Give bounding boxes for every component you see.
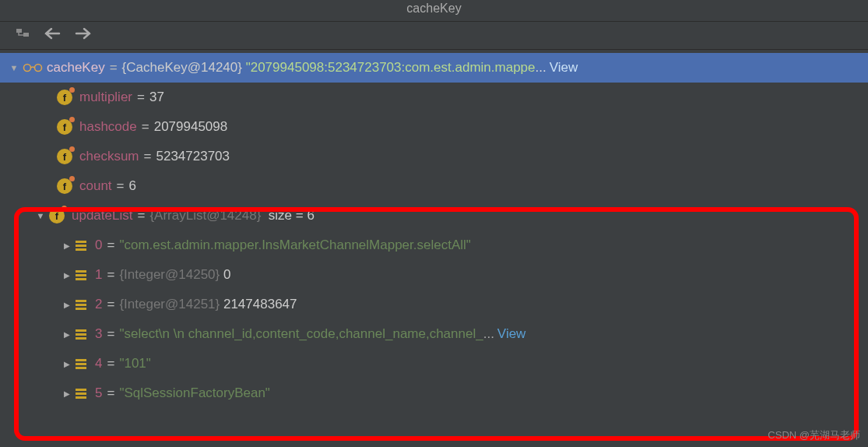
tree-row-item[interactable]: 2 = {Integer@14251} 2147483647 [0,290,868,319]
index: 5 [95,385,102,401]
svg-rect-7 [76,270,86,273]
size: size = 6 [269,208,315,224]
index: 1 [95,267,102,283]
expand-arrow-icon[interactable] [59,389,75,398]
var-name: checksum [79,149,139,164]
string-value: "SqlSessionFactoryBean" [119,385,270,401]
equals: = [137,90,145,105]
string-value: "com.est.admin.mapper.InsMarketChannelMa… [119,238,470,253]
object-ref: {ArrayList@14248} [149,208,261,224]
equals: = [107,267,114,283]
tree-row-item[interactable]: 3 = "select\n \n channel_id,content_code… [0,319,868,349]
tree-row-root[interactable]: cacheKey = {CacheKey@14240} "2079945098:… [0,53,868,83]
svg-rect-5 [76,245,86,247]
toolbar [0,22,868,50]
svg-rect-21 [76,396,86,399]
var-name: hashcode [79,119,137,135]
ellipsis: ... [483,326,494,342]
svg-rect-15 [76,337,86,340]
ellipsis: ... [536,60,546,76]
svg-rect-4 [76,241,86,243]
field-icon: f [48,207,65,224]
value: 2147483647 [223,297,297,312]
value: 2079945098 [154,119,228,135]
string-value: "2079945098:5234723703:com.est.admin.map… [246,60,536,76]
equals: = [137,208,145,224]
svg-rect-18 [76,367,86,369]
var-name: multiplier [79,90,132,105]
expand-arrow-icon[interactable] [59,241,75,250]
svg-rect-0 [16,29,22,33]
value: 6 [129,178,136,194]
svg-rect-19 [76,389,86,391]
forward-arrow-icon[interactable] [75,27,92,44]
svg-point-3 [35,65,42,72]
svg-rect-6 [76,248,86,251]
svg-rect-17 [76,363,86,365]
tree-row-field[interactable]: f count = 6 [0,171,868,201]
back-arrow-icon[interactable] [44,27,61,44]
equals: = [110,60,118,76]
field-icon: f [56,178,73,195]
expand-arrow-icon[interactable] [59,330,75,339]
object-ref: {CacheKey@14240} [122,60,242,76]
tree-row-item[interactable]: 4 = "101" [0,349,868,378]
value: 0 [223,267,230,283]
array-element-icon [75,239,89,252]
expand-arrow-icon[interactable] [59,301,75,309]
equals: = [117,178,125,194]
svg-point-2 [24,65,31,72]
array-element-icon [75,298,89,311]
svg-rect-9 [76,278,86,280]
value: 5234723703 [156,149,230,164]
index: 4 [95,356,102,371]
tree-row-item[interactable]: 0 = "com.est.admin.mapper.InsMarketChann… [0,231,868,260]
view-link[interactable]: View [550,60,578,76]
string-value: "101" [119,356,150,371]
field-icon: f [56,118,73,136]
var-name: count [79,178,112,194]
index: 3 [95,326,102,342]
string-value: "select\n \n channel_id,content_code,cha… [119,326,483,342]
tree-row-field[interactable]: f checksum = 5234723703 [0,142,868,171]
svg-rect-1 [23,33,29,37]
array-element-icon [75,357,89,370]
tree-row-field[interactable]: f multiplier = 37 [0,83,868,112]
array-element-icon [75,387,89,399]
svg-rect-11 [76,304,86,306]
svg-rect-16 [76,359,86,361]
field-icon: f [56,148,73,165]
equals: = [107,385,114,401]
object-ref: {Integer@14250} [119,267,220,283]
watch-icon [22,62,44,73]
expand-arrow-icon[interactable] [33,211,48,220]
expand-arrow-icon[interactable] [59,360,75,368]
structure-icon[interactable] [16,26,30,44]
equals: = [107,238,114,253]
watermark: CSDN @芜湖马老师 [768,428,860,442]
array-element-icon [75,328,89,340]
tree-row-field[interactable]: f updateList = {ArrayList@14248} size = … [0,201,868,231]
object-ref: {Integer@14251} [119,297,220,312]
svg-rect-14 [76,333,86,336]
view-link[interactable]: View [497,326,526,342]
var-name: cacheKey [47,60,105,76]
field-icon: f [56,89,73,106]
expand-arrow-icon[interactable] [6,63,22,72]
equals: = [107,297,114,312]
index: 2 [95,297,102,312]
expand-arrow-icon[interactable] [59,271,75,280]
equals: = [144,149,152,164]
tree-row-item[interactable]: 5 = "SqlSessionFactoryBean" [0,378,868,408]
equals: = [142,119,149,135]
array-element-icon [75,269,89,281]
tree-row-item[interactable]: 1 = {Integer@14250} 0 [0,260,868,290]
var-name: updateList [72,208,132,224]
svg-rect-13 [76,329,86,332]
tree-row-field[interactable]: f hashcode = 2079945098 [0,112,868,142]
equals: = [107,356,114,371]
equals: = [107,326,114,342]
svg-rect-10 [76,300,86,302]
index: 0 [95,238,102,253]
svg-rect-8 [76,274,86,276]
